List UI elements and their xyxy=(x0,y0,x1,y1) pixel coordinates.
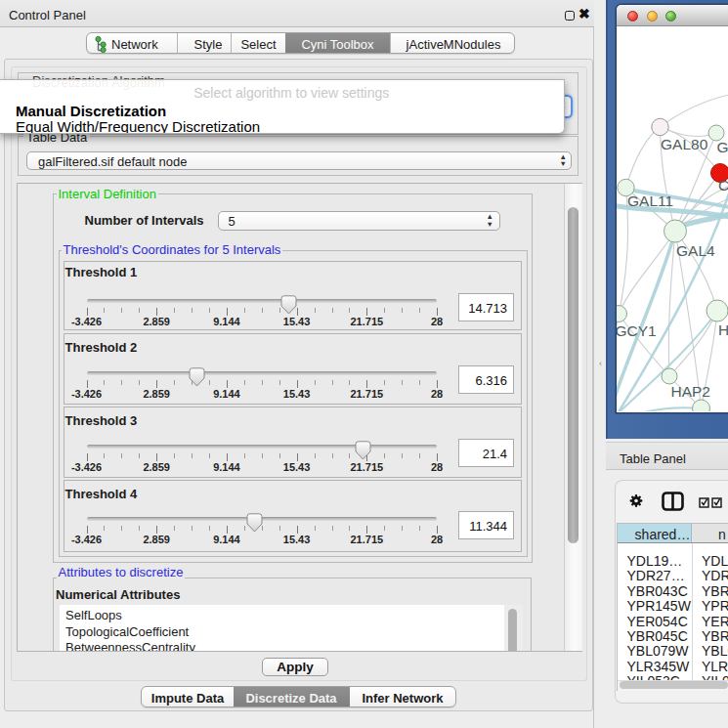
svg-text:GAL4: GAL4 xyxy=(676,242,715,259)
svg-text:GAL80: GAL80 xyxy=(661,136,708,152)
svg-text:GCY1: GCY1 xyxy=(617,322,657,339)
svg-text:HAP2: HAP2 xyxy=(671,383,711,400)
svg-text:H: H xyxy=(718,321,728,338)
svg-text:C: C xyxy=(718,177,728,193)
svg-text:G: G xyxy=(717,139,728,155)
svg-text:GAL11: GAL11 xyxy=(627,193,673,209)
